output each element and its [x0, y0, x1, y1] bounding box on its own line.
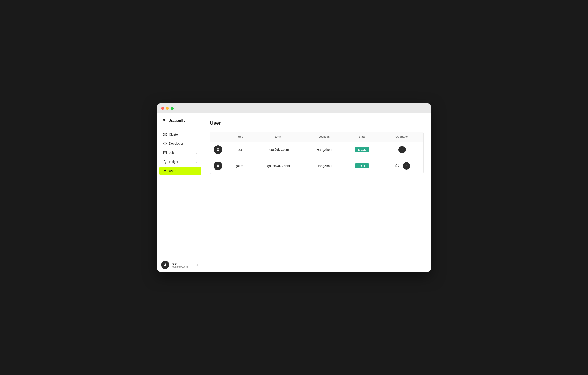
- chevron-down-icon-job: ⌄: [195, 151, 197, 154]
- row-avatar-cell: [210, 158, 226, 174]
- sidebar-item-label-user: User: [169, 169, 176, 173]
- titlebar: [158, 103, 430, 113]
- sidebar-item-label-insight: Insight: [169, 160, 178, 164]
- logo-text: Dragonfly: [168, 119, 185, 123]
- user-footer: root root@d7y.com ⇵: [158, 258, 203, 272]
- sidebar-item-label-job: Job: [169, 151, 174, 155]
- row-avatar-cell: [210, 142, 226, 158]
- main-content: User Name Email Location State Operation: [203, 113, 430, 272]
- app-body: Dragonfly Cluster: [158, 113, 430, 272]
- menu-button[interactable]: [403, 162, 410, 169]
- footer-username: root: [172, 262, 194, 265]
- sidebar-item-label-cluster: Cluster: [169, 133, 179, 136]
- svg-point-10: [402, 149, 402, 149]
- row-name: gaius: [226, 158, 252, 174]
- footer-user-info: root root@d7y.com: [172, 262, 194, 268]
- job-icon: [163, 151, 167, 155]
- row-location: HangZhou: [305, 158, 343, 174]
- svg-point-9: [217, 148, 219, 150]
- app-window: Dragonfly Cluster: [158, 103, 430, 272]
- row-location: HangZhou: [305, 142, 343, 158]
- sidebar-item-developer[interactable]: Developer ⌄: [159, 139, 201, 148]
- sort-icon[interactable]: ⇵: [196, 263, 199, 267]
- insight-icon: [163, 160, 167, 164]
- sidebar-item-user[interactable]: User: [159, 167, 201, 175]
- status-badge: Enable: [355, 147, 369, 152]
- user-icon: [163, 169, 167, 173]
- row-operation: [381, 158, 424, 174]
- sidebar-item-label-developer: Developer: [169, 142, 183, 146]
- col-location: Location: [305, 132, 343, 142]
- table-row: gaius gaius@d7y.com HangZhou Enable: [210, 158, 423, 174]
- cluster-icon: [163, 132, 167, 136]
- col-name: Name: [226, 132, 252, 142]
- svg-rect-2: [165, 133, 167, 134]
- nav-items: Cluster Developer ⌄: [158, 128, 203, 258]
- table-header: Name Email Location State Operation: [210, 132, 423, 142]
- col-operation: Operation: [381, 132, 424, 142]
- sidebar-item-insight[interactable]: Insight ⌄: [159, 157, 201, 166]
- row-operation: [381, 142, 424, 158]
- developer-icon: [163, 142, 167, 146]
- svg-rect-4: [165, 135, 167, 136]
- avatar: [161, 261, 169, 269]
- minimize-button[interactable]: [166, 107, 169, 110]
- row-state: Enable: [343, 158, 380, 174]
- col-state: State: [343, 132, 380, 142]
- svg-point-7: [164, 169, 166, 171]
- row-email: root@d7y.com: [252, 142, 305, 158]
- svg-point-12: [402, 150, 402, 151]
- page-title: User: [210, 120, 424, 126]
- users-table-container: Name Email Location State Operation: [210, 132, 424, 174]
- svg-point-16: [406, 167, 407, 167]
- status-badge: Enable: [355, 163, 369, 168]
- sidebar-item-cluster[interactable]: Cluster: [159, 130, 201, 139]
- svg-point-15: [406, 166, 407, 166]
- svg-rect-1: [163, 133, 165, 134]
- users-table: Name Email Location State Operation: [210, 132, 423, 174]
- avatar: [214, 146, 222, 154]
- menu-button[interactable]: [399, 146, 406, 153]
- close-button[interactable]: [161, 107, 164, 110]
- col-avatar: [210, 132, 226, 142]
- dragonfly-logo-icon: [161, 118, 167, 123]
- table-body: root root@d7y.com HangZhou Enable: [210, 142, 423, 174]
- col-email: Email: [252, 132, 305, 142]
- svg-point-13: [217, 164, 219, 166]
- sidebar-item-job[interactable]: Job ⌄: [159, 148, 201, 157]
- row-state: Enable: [343, 142, 380, 158]
- avatar: [214, 162, 222, 170]
- footer-email: root@d7y.com: [172, 265, 194, 268]
- edit-button[interactable]: [394, 162, 400, 169]
- row-email: gaius@d7y.com: [252, 158, 305, 174]
- svg-rect-3: [163, 135, 165, 136]
- table-row: root root@d7y.com HangZhou Enable: [210, 142, 423, 158]
- svg-point-8: [165, 263, 166, 265]
- chevron-down-icon-insight: ⌄: [195, 160, 197, 163]
- maximize-button[interactable]: [171, 107, 174, 110]
- svg-point-11: [402, 149, 402, 150]
- row-name: root: [226, 142, 252, 158]
- chevron-down-icon: ⌄: [195, 142, 197, 145]
- svg-point-14: [406, 165, 407, 165]
- logo-area: Dragonfly: [158, 113, 203, 128]
- sidebar: Dragonfly Cluster: [158, 113, 203, 272]
